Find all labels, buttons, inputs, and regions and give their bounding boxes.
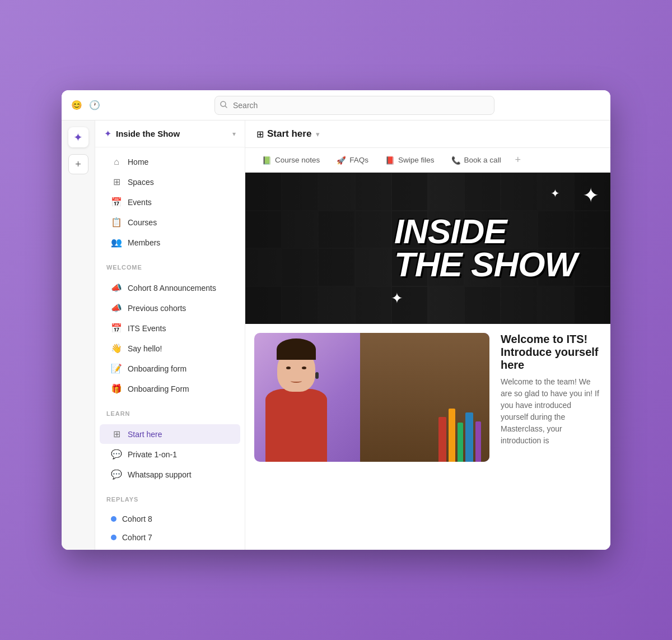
section-learn: LEARN bbox=[95, 404, 245, 419]
home-icon: ⌂ bbox=[111, 157, 122, 167]
content-title: Start here bbox=[267, 128, 311, 140]
add-button[interactable]: + bbox=[68, 154, 88, 174]
nav-item-workshop[interactable]: Workshop... bbox=[100, 547, 240, 550]
hero-title-line1: INSIDE bbox=[394, 215, 577, 248]
say-hello-icon: 👋 bbox=[111, 343, 122, 354]
tab-swipe-files[interactable]: 📕 Swipe files bbox=[377, 151, 442, 169]
chevron-down-icon: ▾ bbox=[232, 130, 236, 138]
announcement-icon: 📣 bbox=[111, 282, 122, 293]
events-icon: 📅 bbox=[111, 197, 122, 207]
video-container bbox=[245, 324, 489, 550]
nav-item-home[interactable]: ⌂ Home bbox=[100, 152, 240, 171]
nav-item-cohort7[interactable]: Cohort 7 bbox=[100, 528, 240, 546]
emoji-icon[interactable]: 😊 bbox=[71, 99, 83, 112]
nav-label-its-events: ITS Events bbox=[128, 324, 166, 333]
tab-swipe-files-label: Swipe files bbox=[398, 156, 435, 164]
search-bar bbox=[214, 96, 494, 115]
nav-item-cohort8-announcements[interactable]: 📣 Cohort 8 Announcements bbox=[100, 278, 240, 298]
welcome-content: Welcome to ITS! Introduce yourself here … bbox=[489, 324, 610, 550]
nav-sidebar: ✦ Inside the Show ▾ ⌂ Home ⊞ Spaces 📅 bbox=[95, 120, 245, 550]
nav-item-start-here[interactable]: ⊞ Start here bbox=[100, 424, 240, 444]
onboarding-form-2-icon: 🎁 bbox=[111, 383, 122, 394]
workspace-title: Inside the Show bbox=[116, 129, 228, 138]
hero-title-block: INSIDE THE SHOW bbox=[394, 215, 577, 281]
nav-learn-items: ⊞ Start here 💬 Private 1-on-1 💬 Whatsapp… bbox=[95, 419, 245, 489]
eye-left bbox=[286, 367, 291, 369]
nav-item-whatsapp-support[interactable]: 💬 Whatsapp support bbox=[100, 465, 240, 484]
topbar: 😊 🕐 bbox=[62, 90, 610, 120]
nav-item-previous-cohorts[interactable]: 📣 Previous cohorts bbox=[100, 298, 240, 318]
eye-right bbox=[302, 367, 306, 369]
book-2 bbox=[449, 409, 455, 462]
nav-label-private-1on1: Private 1-on-1 bbox=[128, 450, 177, 459]
nav-item-say-hello[interactable]: 👋 Say hello! bbox=[100, 338, 240, 358]
workspace-header[interactable]: ✦ Inside the Show ▾ bbox=[95, 120, 245, 147]
content-header: ⊞ Start here ▾ bbox=[245, 120, 610, 148]
tab-faqs-label: FAQs bbox=[349, 156, 368, 164]
sparkle-icon-1: ✦ bbox=[582, 184, 599, 207]
tab-book-call-label: Book a call bbox=[464, 156, 501, 164]
nav-label-onboarding-form-2: Onboarding Form bbox=[128, 384, 189, 393]
cohort7-dot bbox=[111, 535, 116, 540]
mouth bbox=[291, 379, 302, 383]
book-1 bbox=[438, 417, 446, 462]
onboarding-form-1-icon: 📝 bbox=[111, 363, 122, 374]
content-title-chevron: ▾ bbox=[316, 130, 320, 138]
person-body bbox=[265, 389, 327, 462]
tab-course-notes-label: Course notes bbox=[275, 156, 320, 164]
nav-item-spaces[interactable]: ⊞ Spaces bbox=[100, 172, 240, 192]
welcome-title: Welcome to ITS! Introduce yourself here bbox=[501, 333, 599, 372]
content-header-icon: ⊞ bbox=[256, 129, 264, 140]
book-3 bbox=[458, 423, 463, 462]
nav-item-onboarding-form-1[interactable]: 📝 Onboarding form bbox=[100, 359, 240, 378]
nav-item-events[interactable]: 📅 Events bbox=[100, 192, 240, 212]
nav-label-home: Home bbox=[128, 157, 148, 166]
course-notes-emoji: 📗 bbox=[262, 156, 272, 165]
tab-book-call[interactable]: 📞 Book a call bbox=[444, 151, 509, 169]
nav-label-courses: Courses bbox=[128, 218, 157, 227]
tab-add-button[interactable]: + bbox=[510, 152, 526, 168]
sparkle-button[interactable]: ✦ bbox=[68, 127, 88, 147]
lower-content: Welcome to ITS! Introduce yourself here … bbox=[245, 324, 610, 550]
nav-label-cohort8: Cohort 8 bbox=[122, 514, 152, 523]
nav-item-members[interactable]: 👥 Members bbox=[100, 233, 240, 252]
nav-items-primary: ⌂ Home ⊞ Spaces 📅 Events 📋 Courses bbox=[95, 147, 245, 257]
whatsapp-icon: 💬 bbox=[111, 469, 122, 480]
private-1on1-icon: 💬 bbox=[111, 449, 122, 460]
person-figure bbox=[265, 338, 327, 462]
search-icon bbox=[220, 101, 227, 110]
nav-welcome-items: 📣 Cohort 8 Announcements 📣 Previous coho… bbox=[95, 273, 245, 404]
person-hair bbox=[277, 338, 316, 360]
book-4 bbox=[465, 412, 473, 462]
book-5 bbox=[475, 421, 481, 462]
section-replays: REPLAYS bbox=[95, 489, 245, 505]
nav-label-whatsapp-support: Whatsapp support bbox=[128, 470, 192, 479]
svg-line-1 bbox=[225, 106, 227, 108]
topbar-left-icons: 😊 🕐 bbox=[71, 99, 101, 112]
workspace-icon: ✦ bbox=[104, 128, 111, 139]
members-icon: 👥 bbox=[111, 237, 122, 248]
earpiece bbox=[315, 372, 319, 379]
nav-label-members: Members bbox=[128, 238, 160, 247]
nav-item-private-1on1[interactable]: 💬 Private 1-on-1 bbox=[100, 444, 240, 464]
nav-item-its-events[interactable]: 📅 ITS Events bbox=[100, 318, 240, 338]
history-icon[interactable]: 🕐 bbox=[88, 99, 101, 112]
video-thumbnail[interactable] bbox=[254, 333, 489, 462]
tab-faqs[interactable]: 🚀 FAQs bbox=[329, 151, 376, 169]
search-input[interactable] bbox=[214, 96, 494, 115]
hero-title-line2: THE SHOW bbox=[394, 248, 577, 281]
nav-label-events: Events bbox=[128, 198, 152, 207]
tab-course-notes[interactable]: 📗 Course notes bbox=[254, 151, 328, 169]
nav-item-onboarding-form-2[interactable]: 🎁 Onboarding Form bbox=[100, 379, 240, 398]
nav-item-cohort8[interactable]: Cohort 8 bbox=[100, 510, 240, 528]
book-call-emoji: 📞 bbox=[451, 156, 461, 165]
nav-label-spaces: Spaces bbox=[128, 178, 154, 187]
app-window: 😊 🕐 ✦ + bbox=[62, 90, 610, 550]
courses-icon: 📋 bbox=[111, 217, 122, 228]
nav-label-onboarding-form-1: Onboarding form bbox=[128, 364, 186, 373]
sparkle-icon: ✦ bbox=[73, 131, 83, 144]
spaces-icon: ⊞ bbox=[111, 177, 122, 187]
start-here-icon: ⊞ bbox=[111, 429, 122, 439]
nav-item-courses[interactable]: 📋 Courses bbox=[100, 212, 240, 232]
section-welcome: WELCOME bbox=[95, 257, 245, 273]
